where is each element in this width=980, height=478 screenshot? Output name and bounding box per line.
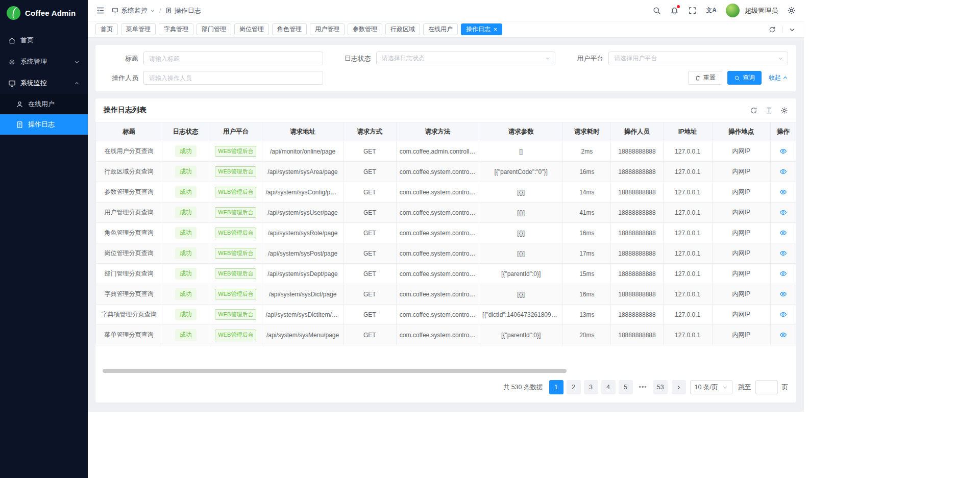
view-detail-icon[interactable] (779, 209, 787, 216)
page-button-53[interactable]: 53 (653, 380, 668, 394)
view-detail-icon[interactable] (779, 331, 787, 339)
tab-item-0[interactable]: 首页 (95, 23, 118, 35)
sidebar-item-system-monitor[interactable]: 系统监控 (0, 72, 88, 94)
filter-label-title: 标题 (104, 54, 138, 63)
chevron-up-icon (782, 75, 788, 81)
cell-title: 参数管理分页查询 (96, 182, 162, 203)
refresh-icon[interactable] (769, 26, 776, 33)
cell-platform: WEB管理后台 (209, 203, 262, 223)
cell-status: 成功 (162, 223, 209, 243)
sidebar-item-online-users[interactable]: 在线用户 (0, 94, 88, 114)
view-detail-icon[interactable] (779, 229, 787, 237)
cell-method: GET (343, 325, 396, 345)
page-button-1[interactable]: 1 (549, 380, 564, 394)
tabbar: 首页菜单管理字典管理部门管理岗位管理角色管理用户管理参数管理行政区域在线用户操作… (88, 21, 804, 38)
title-input[interactable] (143, 52, 323, 65)
page-button-5[interactable]: 5 (619, 380, 633, 394)
menu-fold-icon[interactable] (96, 6, 105, 15)
tab-item-4[interactable]: 岗位管理 (234, 23, 269, 35)
settings-gear-icon[interactable] (787, 6, 796, 15)
reset-button[interactable]: 重置 (688, 71, 722, 85)
platform-badge: WEB管理后台 (215, 187, 256, 197)
tab-item-10[interactable]: 操作日志× (461, 23, 502, 35)
platform-badge: WEB管理后台 (215, 146, 256, 157)
cell-ip: 127.0.0.1 (663, 284, 712, 305)
operator-input[interactable] (143, 71, 323, 85)
close-icon[interactable]: × (494, 27, 497, 33)
view-detail-icon[interactable] (779, 270, 787, 278)
tab-item-3[interactable]: 部门管理 (197, 23, 231, 35)
cell-action (770, 182, 796, 203)
column-settings-icon[interactable] (780, 107, 788, 114)
collapse-toggle[interactable]: 收起 (769, 73, 788, 82)
jump-page-input[interactable] (755, 380, 778, 394)
filter-field-title: 标题 (104, 52, 323, 65)
tab-item-2[interactable]: 字典管理 (159, 23, 193, 35)
status-badge: 成功 (175, 145, 197, 157)
fullscreen-icon[interactable] (688, 6, 697, 15)
translate-icon[interactable]: 文A (706, 6, 717, 15)
search-button[interactable]: 查询 (727, 71, 762, 85)
view-detail-icon[interactable] (779, 188, 787, 196)
view-detail-icon[interactable] (779, 290, 787, 298)
cell-method: GET (343, 284, 396, 305)
cell-func: com.coffee.system.controlle... (396, 223, 479, 243)
tab-item-5[interactable]: 角色管理 (272, 23, 307, 35)
filter-label-log-status: 日志状态 (336, 54, 371, 63)
cell-status: 成功 (162, 325, 209, 345)
cell-operator: 18888888888 (611, 182, 663, 203)
log-status-select[interactable]: 请选择日志状态 (376, 52, 556, 65)
gear-icon (8, 58, 16, 66)
chevron-down-icon[interactable] (789, 26, 796, 33)
sidebar-item-operation-logs[interactable]: 操作日志 (0, 114, 88, 135)
page-button-4[interactable]: 4 (601, 380, 616, 394)
notification-bell-icon[interactable] (670, 6, 679, 15)
tab-item-8[interactable]: 行政区域 (385, 23, 420, 35)
search-icon[interactable] (652, 6, 661, 15)
cell-status: 成功 (162, 243, 209, 264)
jump-suffix: 页 (782, 383, 789, 392)
breadcrumb-label: 系统监控 (121, 6, 148, 15)
tab-item-9[interactable]: 在线用户 (423, 23, 458, 35)
panel-title: 操作日志列表 (104, 106, 146, 115)
breadcrumb-item-system-monitor[interactable]: 系统监控 (112, 6, 155, 15)
tab-item-1[interactable]: 菜单管理 (121, 23, 156, 35)
view-detail-icon[interactable] (779, 249, 787, 257)
cell-func: com.coffee.system.controlle... (396, 264, 479, 284)
tab-item-7[interactable]: 参数管理 (348, 23, 382, 35)
scrollbar-thumb[interactable] (103, 369, 567, 373)
view-detail-icon[interactable] (779, 168, 787, 175)
page-size-select[interactable]: 10 条/页 (690, 380, 732, 394)
breadcrumb-label: 操作日志 (175, 6, 201, 15)
cell-method: GET (343, 243, 396, 264)
page-ellipsis[interactable]: ••• (636, 380, 650, 394)
column-header-7: 请求耗时 (563, 122, 611, 141)
tab-label: 岗位管理 (239, 25, 264, 34)
next-page-button[interactable] (672, 380, 686, 394)
density-icon[interactable] (765, 107, 773, 114)
cell-location: 内网IP (712, 305, 770, 325)
table-row: 部门管理分页查询成功WEB管理后台/api/system/sysDept/pag… (96, 264, 796, 284)
cell-status: 成功 (162, 141, 209, 162)
page-button-2[interactable]: 2 (567, 380, 581, 394)
cell-ip: 127.0.0.1 (663, 141, 712, 162)
view-detail-icon[interactable] (779, 311, 787, 318)
cell-ip: 127.0.0.1 (663, 162, 712, 182)
sidebar-item-system-management[interactable]: 系统管理 (0, 51, 88, 72)
user-platform-select[interactable]: 请选择用户平台 (608, 52, 788, 65)
reset-button-label: 重置 (703, 73, 716, 82)
avatar[interactable] (726, 4, 740, 17)
cell-duration: 17ms (563, 243, 611, 264)
platform-badge: WEB管理后台 (215, 268, 256, 279)
refresh-icon[interactable] (750, 107, 757, 114)
sidebar-item-label: 系统管理 (20, 57, 69, 66)
cell-status: 成功 (162, 203, 209, 223)
cell-duration: 13ms (563, 305, 611, 325)
current-user-name[interactable]: 超级管理员 (745, 6, 778, 15)
cell-action (770, 305, 796, 325)
sidebar-item-home[interactable]: 首页 (0, 30, 88, 51)
tab-item-6[interactable]: 用户管理 (310, 23, 345, 35)
view-detail-icon[interactable] (779, 147, 787, 155)
page-button-3[interactable]: 3 (584, 380, 598, 394)
horizontal-scrollbar[interactable] (100, 369, 792, 373)
